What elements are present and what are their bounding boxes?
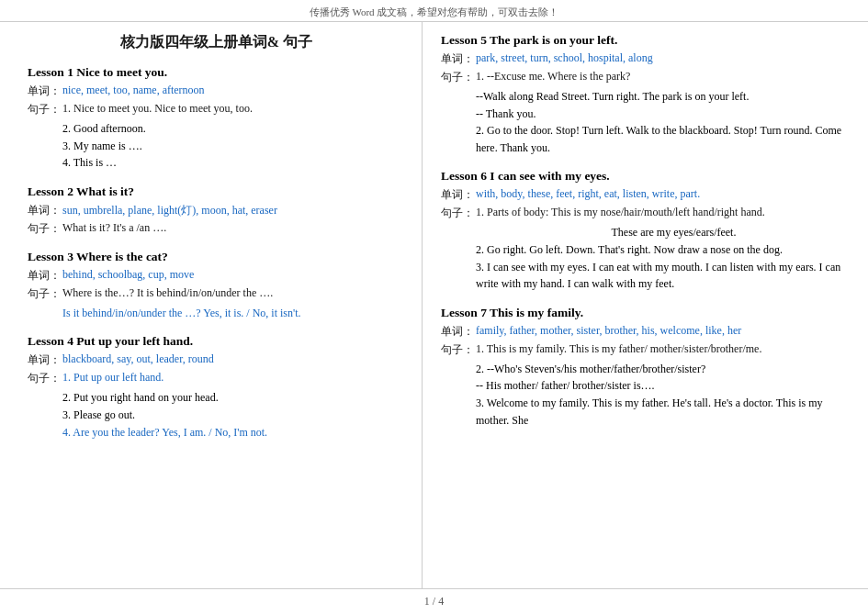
lesson6-sentences-row: 句子： 1. Parts of body: This is my nose/ha…	[441, 206, 851, 221]
lesson6-s2: 2. Go right. Go left. Down. That's right…	[476, 241, 851, 259]
lesson1-s3: 3. My name is ….	[62, 138, 405, 155]
lesson4-sentences-row: 句子： 1. Put up our left hand.	[28, 371, 405, 386]
left-column: 核力版四年级上册单词& 句子 Lesson 1 Nice to meet you…	[0, 22, 423, 588]
lesson7-title: Lesson 7 This is my family.	[441, 306, 851, 320]
lesson6-title: Lesson 6 I can see with my eyes.	[441, 169, 851, 184]
lesson4-s1: 1. Put up our left hand.	[62, 371, 163, 385]
lesson4-title: Lesson 4 Put up your left hand.	[28, 334, 405, 349]
lesson1-s2: 2. Good afternoon.	[62, 120, 405, 138]
lesson3-sentences-label: 句子：	[28, 286, 62, 302]
lesson7-vocab: family, father, mother, sister, brother,…	[476, 324, 741, 338]
lesson7-s2-line2: -- His mother/ father/ brother/sister is…	[476, 377, 851, 395]
lesson2-sentences-row: 句子： What is it? It's a /an ….	[28, 221, 405, 237]
lesson4-vocab: blackboard, say, out, leader, round	[62, 352, 214, 366]
lesson7-vocab-row: 单词： family, father, mother, sister, brot…	[441, 324, 851, 340]
lesson2-s1: What is it? It's a /an ….	[62, 221, 166, 235]
lesson5-s1-line3: -- Thank you.	[476, 106, 851, 123]
page: 传播优秀 Word 成文稿，希望对您有帮助，可双击去除！ 核力版四年级上册单词&…	[0, 0, 868, 614]
lesson2-title: Lesson 2 What is it?	[28, 184, 405, 199]
lesson6-vocab-label: 单词：	[441, 187, 476, 203]
lesson1-title: Lesson 1 Nice to meet you.	[28, 65, 405, 80]
lesson1-vocab-label: 单词：	[28, 84, 62, 99]
lesson7-sentences-label: 句子：	[441, 342, 476, 358]
page-number: 1 / 4	[424, 595, 444, 608]
lesson-block-2: Lesson 2 What is it? 单词： sun, umbrella, …	[28, 184, 405, 237]
top-bar: 传播优秀 Word 成文稿，希望对您有帮助，可双击去除！	[0, 0, 868, 22]
lesson2-vocab-row: 单词： sun, umbrella, plane, light(灯), moon…	[28, 203, 405, 218]
lesson3-s2: Is it behind/in/on/under the …? Yes, it …	[62, 305, 405, 322]
lesson1-vocab: nice, meet, too, name, afternoon	[62, 84, 205, 97]
lesson7-s1: 1. This is my family. This is my father/…	[476, 342, 761, 356]
lesson5-s1-line2: --Walk along Read Street. Turn right. Th…	[476, 88, 851, 106]
lesson7-s3: 3. Welcome to my family. This is my fath…	[476, 395, 851, 429]
lesson4-sentences-label: 句子：	[28, 371, 62, 386]
lesson-block-4: Lesson 4 Put up your left hand. 单词： blac…	[28, 334, 405, 441]
lesson1-sentences-label-row: 句子： 1. Nice to meet you. Nice to meet yo…	[28, 102, 405, 117]
lesson5-vocab: park, street, turn, school, hospital, al…	[476, 51, 653, 65]
lesson6-vocab-row: 单词： with, body, these, feet, right, eat,…	[441, 187, 851, 203]
lesson-block-1: Lesson 1 Nice to meet you. 单词： nice, mee…	[28, 65, 405, 172]
lesson4-s2: 2. Put you right hand on your head.	[62, 389, 405, 407]
lesson6-vocab: with, body, these, feet, right, eat, lis…	[476, 187, 700, 201]
lesson1-vocab-row: 单词： nice, meet, too, name, afternoon	[28, 84, 405, 99]
lesson7-s2: 2. --Who's Steven's/his mother/father/br…	[476, 361, 851, 378]
lesson3-title: Lesson 3 Where is the cat?	[28, 250, 405, 264]
lesson6-sentences-label: 句子：	[441, 206, 476, 221]
lesson6-s1-line2: These are my eyes/ears/feet.	[496, 224, 851, 241]
content-area: 核力版四年级上册单词& 句子 Lesson 1 Nice to meet you…	[0, 22, 868, 589]
lesson4-vocab-label: 单词：	[28, 352, 62, 368]
page-footer: 1 / 4	[0, 589, 868, 614]
lesson1-sentences-label: 句子：	[28, 102, 62, 117]
lesson7-sentences-row: 句子： 1. This is my family. This is my fat…	[441, 342, 851, 358]
lesson6-s1: 1. Parts of body: This is my nose/hair/m…	[476, 206, 765, 219]
lesson6-s3: 3. I can see with my eyes. I can eat wit…	[476, 259, 851, 293]
lesson2-vocab-label: 单词：	[28, 203, 62, 218]
lesson5-s1-num: 1. --Excuse me. Where is the park?	[476, 70, 630, 84]
lesson-block-5: Lesson 5 The park is on your left. 单词： p…	[441, 33, 851, 156]
lesson5-vocab-label: 单词：	[441, 51, 476, 67]
lesson3-vocab: behind, schoolbag, cup, move	[62, 268, 194, 282]
lesson4-s3: 3. Please go out.	[62, 407, 405, 424]
top-bar-text: 传播优秀 Word 成文稿，希望对您有帮助，可双击去除！	[310, 6, 559, 17]
lesson4-vocab-row: 单词： blackboard, say, out, leader, round	[28, 352, 405, 368]
page-title: 核力版四年级上册单词& 句子	[28, 33, 405, 52]
lesson3-vocab-label: 单词：	[28, 268, 62, 284]
lesson-block-7: Lesson 7 This is my family. 单词： family, …	[441, 306, 851, 429]
lesson4-s4: 4. Are you the leader? Yes, I am. / No, …	[62, 424, 405, 441]
lesson-block-3: Lesson 3 Where is the cat? 单词： behind, s…	[28, 250, 405, 322]
lesson5-sentences-row: 句子： 1. --Excuse me. Where is the park?	[441, 70, 851, 85]
lesson5-title: Lesson 5 The park is on your left.	[441, 33, 851, 48]
lesson1-s4: 4. This is …	[62, 154, 405, 172]
lesson-block-6: Lesson 6 I can see with my eyes. 单词： wit…	[441, 169, 851, 292]
right-column: Lesson 5 The park is on your left. 单词： p…	[423, 22, 868, 588]
lesson2-sentences-label: 句子：	[28, 221, 62, 237]
lesson1-s1: 1. Nice to meet you. Nice to meet you, t…	[62, 102, 253, 116]
lesson5-vocab-row: 单词： park, street, turn, school, hospital…	[441, 51, 851, 67]
lesson5-sentences-label: 句子：	[441, 70, 476, 85]
lesson3-s1: Where is the…? It is behind/in/on/under …	[62, 286, 273, 300]
lesson2-vocab: sun, umbrella, plane, light(灯), moon, ha…	[62, 203, 277, 218]
lesson5-s2: 2. Go to the door. Stop! Turn left. Walk…	[476, 122, 851, 156]
lesson7-vocab-label: 单词：	[441, 324, 476, 340]
lesson3-vocab-row: 单词： behind, schoolbag, cup, move	[28, 268, 405, 284]
lesson3-sentences-row: 句子： Where is the…? It is behind/in/on/un…	[28, 286, 405, 302]
